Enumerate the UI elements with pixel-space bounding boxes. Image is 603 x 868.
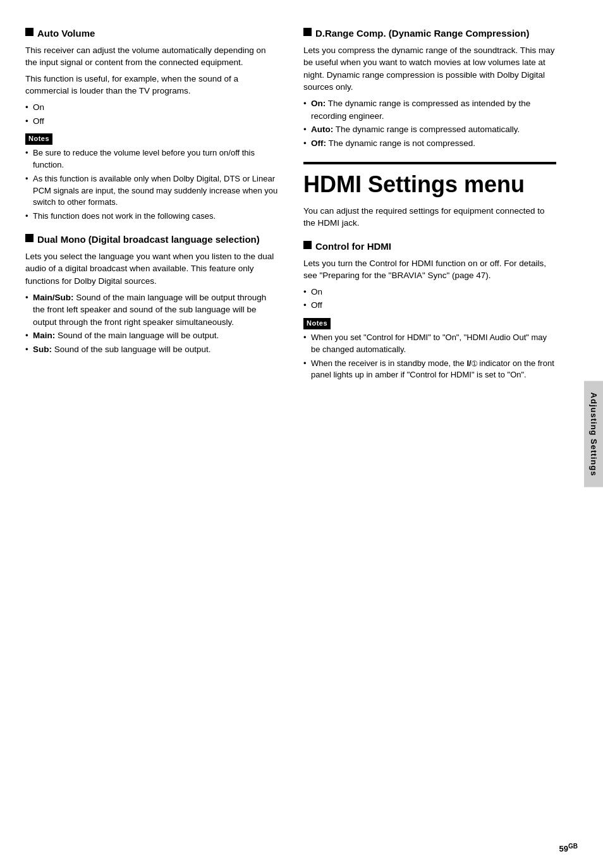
d-range-off-bold: Off: <box>311 138 326 148</box>
hdmi-divider <box>303 162 556 164</box>
d-range-body: Lets you compress the dynamic range of t… <box>303 44 556 94</box>
hdmi-notes-label: Notes <box>303 318 331 329</box>
auto-volume-notes-list: Be sure to reduce the volume level befor… <box>25 147 278 223</box>
d-range-on: On: The dynamic range is compressed as i… <box>303 97 556 122</box>
control-hdmi-title: Control for HDMI <box>303 240 556 254</box>
auto-volume-body2: This function is useful, for example, wh… <box>25 73 278 97</box>
option-sub: Sub: Sound of the sub language will be o… <box>25 343 278 356</box>
d-range-options: On: The dynamic range is compressed as i… <box>303 97 556 149</box>
hdmi-note-2: When the receiver is in standby mode, th… <box>303 358 556 382</box>
square-bullet-icon <box>25 28 34 36</box>
square-bullet-icon-2 <box>25 234 34 242</box>
hdmi-intro: You can adjust the required settings for… <box>303 205 556 229</box>
auto-volume-section: Auto Volume This receiver can adjust the… <box>25 27 278 223</box>
auto-volume-options: On Off <box>25 101 278 127</box>
note-2: As this function is available only when … <box>25 173 278 209</box>
d-range-auto-bold: Auto: <box>311 125 333 134</box>
d-range-on-bold: On: <box>311 99 326 108</box>
d-range-title: D.Range Comp. (Dynamic Range Compression… <box>303 27 556 40</box>
dual-mono-options: Main/Sub: Sound of the main language wil… <box>25 291 278 356</box>
hdmi-on: On <box>303 286 556 298</box>
hdmi-notes: Notes When you set "Control for HDMI" to… <box>303 317 556 381</box>
control-hdmi-options: On Off <box>303 286 556 312</box>
main-bold: Main: <box>33 331 55 340</box>
dual-mono-title: Dual Mono (Digital broadcast language se… <box>25 233 278 247</box>
dual-mono-body: Lets you select the language you want wh… <box>25 250 278 288</box>
option-main: Main: Sound of the main language will be… <box>25 329 278 342</box>
square-bullet-icon-3 <box>303 28 312 36</box>
two-column-layout: Auto Volume This receiver can adjust the… <box>0 19 603 386</box>
d-range-auto: Auto: The dynamic range is compressed au… <box>303 123 556 136</box>
option-on: On <box>25 101 278 114</box>
hdmi-settings-section: HDMI Settings menu You can adjust the re… <box>303 162 556 381</box>
option-off: Off <box>25 115 278 128</box>
auto-volume-title: Auto Volume <box>25 27 278 40</box>
note-3: This function does not work in the follo… <box>25 211 278 223</box>
right-column: D.Range Comp. (Dynamic Range Compression… <box>291 19 582 386</box>
square-bullet-icon-4 <box>303 241 312 249</box>
sidebar-adjusting-settings: Adjusting Settings <box>584 381 603 487</box>
left-column: Auto Volume This receiver can adjust the… <box>0 19 291 386</box>
hdmi-note-1: When you set "Control for HDMI" to "On",… <box>303 332 556 356</box>
sub-bold: Sub: <box>33 345 52 354</box>
control-hdmi-section: Control for HDMI Lets you turn the Contr… <box>303 240 556 381</box>
hdmi-off: Off <box>303 299 556 312</box>
option-main-sub: Main/Sub: Sound of the main language wil… <box>25 291 278 329</box>
d-range-section: D.Range Comp. (Dynamic Range Compression… <box>303 27 556 149</box>
control-hdmi-body: Lets you turn the Control for HDMI funct… <box>303 257 556 282</box>
note-1: Be sure to reduce the volume level befor… <box>25 147 278 171</box>
d-range-off: Off: The dynamic range is not compressed… <box>303 137 556 150</box>
hdmi-notes-list: When you set "Control for HDMI" to "On",… <box>303 332 556 381</box>
dual-mono-section: Dual Mono (Digital broadcast language se… <box>25 233 278 355</box>
hdmi-title: HDMI Settings menu <box>303 172 556 197</box>
notes-label: Notes <box>25 133 52 145</box>
auto-volume-body1: This receiver can adjust the volume auto… <box>25 44 278 69</box>
page-number: 59GB <box>559 842 578 855</box>
page: Auto Volume This receiver can adjust the… <box>0 0 603 868</box>
main-sub-bold: Main/Sub: <box>33 293 74 302</box>
auto-volume-notes: Notes Be sure to reduce the volume level… <box>25 132 278 223</box>
